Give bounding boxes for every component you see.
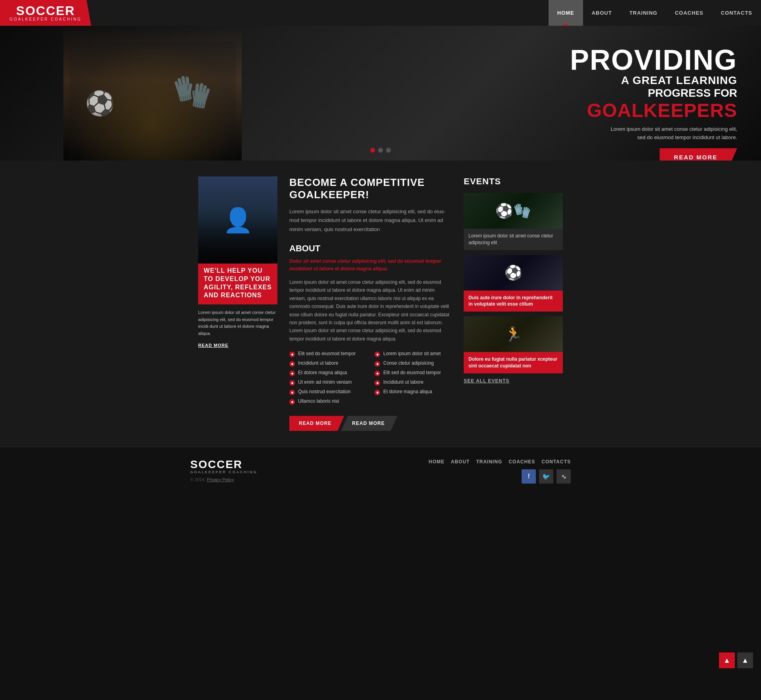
footer-logo-block: SOCCER GOALKEEPER COACHING © 2014. Priva… <box>190 459 258 482</box>
rss-icon: ∿ <box>561 473 566 480</box>
logo[interactable]: SOCCER GOALKEEPER COACHING <box>0 0 91 26</box>
left-card: 👤 WE'LL HELP YOU TO DEVELOP YOUR AGILITY… <box>198 176 277 431</box>
event-image-1: ⚽🧤 <box>464 193 563 229</box>
logo-title: SOCCER <box>16 4 75 17</box>
bullet-item: Et dolore magna aliqua <box>375 389 452 395</box>
hero-description: Lorem ipsum dolor sit amet conse ctetur … <box>602 125 737 142</box>
hero-subtitle2: PROGRESS FOR <box>570 87 737 99</box>
main-nav: HOME ABOUT TRAINING COACHES CONTACTS <box>549 0 761 26</box>
competitive-goalkeeper-title: BECOME A COMPETITIVE GOALKEEPER! <box>289 176 452 201</box>
events-panel: EVENTS ⚽🧤 Lorem ipsum dolor sit amet con… <box>464 176 563 431</box>
read-more-button-1[interactable]: READ MORE <box>289 416 344 431</box>
hero-subtitle1: A GREAT LEARNING <box>570 74 737 87</box>
bullet-col-left: Elit sed do eiusmod tempor Incididunt ut… <box>289 351 367 408</box>
nav-home[interactable]: HOME <box>549 0 583 26</box>
footer-right: HOME ABOUT TRAINING COACHES CONTACTS f 🐦… <box>429 459 571 484</box>
bullet-item: Ut enim ad minim veniam <box>289 379 367 386</box>
bullet-item: Et dolore magna aliqua <box>289 370 367 376</box>
twitter-button[interactable]: 🐦 <box>539 469 553 484</box>
left-card-description: Lorem ipsum dolor sit amet conse ctetur … <box>198 309 277 337</box>
slider-dots <box>370 148 391 153</box>
bullet-item: Ullamco laboris nisi <box>289 398 367 405</box>
footer-logo-title: SOCCER <box>190 459 258 470</box>
about-title: ABOUT <box>289 243 452 254</box>
bullet-icon <box>375 380 380 386</box>
rss-button[interactable]: ∿ <box>556 469 571 484</box>
read-more-button-2[interactable]: READ MORE <box>341 416 397 431</box>
events-title: EVENTS <box>464 176 563 187</box>
event-caption-3: Dolore eu fugiat nulla pariatur xcepteur… <box>464 352 563 373</box>
bullet-icon <box>375 371 380 376</box>
slide-dot-2[interactable] <box>378 148 383 153</box>
bullet-item: Elit sed do eiusmod tempor <box>289 351 367 357</box>
main-content: 👤 WE'LL HELP YOU TO DEVELOP YOUR AGILITY… <box>0 161 761 447</box>
bullet-item: Incididunt ut labore <box>375 379 452 386</box>
bullet-item: Quis nostrud exercitation <box>289 389 367 395</box>
event-card-3: 🏃 Dolore eu fugiat nulla pariatur xcepte… <box>464 316 563 373</box>
footer-nav-about[interactable]: ABOUT <box>451 459 470 465</box>
nav-about[interactable]: ABOUT <box>583 0 621 26</box>
event-card-1: ⚽🧤 Lorem ipsum dolor sit amet conse ctet… <box>464 193 563 250</box>
nav-contacts[interactable]: CONTACTS <box>712 0 761 26</box>
hero-text-block: PROVIDING A GREAT LEARNING PROGRESS FOR … <box>570 46 737 161</box>
hero-goalkeepers: GOALKEEPERS <box>570 99 737 121</box>
event-image-2: ⚽ <box>464 255 563 291</box>
bullet-icon <box>375 390 380 395</box>
footer-social: f 🐦 ∿ <box>429 469 571 484</box>
left-card-overlay: WE'LL HELP YOU TO DEVELOP YOUR AGILITY, … <box>198 262 277 304</box>
nav-coaches[interactable]: COACHES <box>666 0 712 26</box>
footer-copyright: © 2014. Privacy Policy <box>190 477 258 482</box>
bullet-icon <box>289 399 295 405</box>
bullet-icon <box>289 371 295 376</box>
header: SOCCER GOALKEEPER COACHING HOME ABOUT TR… <box>0 0 761 26</box>
slide-dot-3[interactable] <box>386 148 391 153</box>
bullet-col-right: Lorem ipsum dolor sit amet Conse ctetur … <box>375 351 452 408</box>
bullet-item: Lorem ipsum dolor sit amet <box>375 351 452 357</box>
about-highlight-text: Dolor sit amet conse ctetur adipisicing … <box>289 258 452 273</box>
footer-nav-contacts[interactable]: CONTACTS <box>541 459 571 465</box>
bullet-icon <box>375 352 380 357</box>
hero-player-image <box>63 26 242 161</box>
footer-nav-home[interactable]: HOME <box>429 459 445 465</box>
center-section: BECOME A COMPETITIVE GOALKEEPER! Lorem i… <box>289 176 452 431</box>
nav-training[interactable]: TRAINING <box>621 0 666 26</box>
hero-section: PROVIDING A GREAT LEARNING PROGRESS FOR … <box>0 26 761 161</box>
bullet-icon <box>375 361 380 367</box>
left-card-read-more[interactable]: READ MORE <box>198 343 277 348</box>
footer-nav-coaches[interactable]: COACHES <box>509 459 535 465</box>
footer-inner: SOCCER GOALKEEPER COACHING © 2014. Priva… <box>190 459 571 484</box>
bullet-icon <box>289 361 295 367</box>
bullet-item: Elit sed do eiusmod tempor <box>375 370 452 376</box>
logo-subtitle: GOALKEEPER COACHING <box>10 17 82 21</box>
event-card-2: ⚽ Duis aute irure dolor in reprehenderit… <box>464 255 563 312</box>
event-image-3: 🏃 <box>464 316 563 352</box>
left-card-title: WE'LL HELP YOU TO DEVELOP YOUR AGILITY, … <box>204 267 272 300</box>
left-card-image: 👤 <box>198 176 277 264</box>
bullet-icon <box>289 390 295 395</box>
twitter-icon: 🐦 <box>542 473 550 480</box>
content-wrapper: 👤 WE'LL HELP YOU TO DEVELOP YOUR AGILITY… <box>190 176 571 431</box>
slide-dot-1[interactable] <box>370 148 375 153</box>
bullet-icon <box>289 352 295 357</box>
footer-nav-training[interactable]: TRAINING <box>476 459 502 465</box>
hero-cta-button[interactable]: READ MORE <box>660 148 737 161</box>
see-all-events-link[interactable]: SEE ALL EVENTS <box>464 378 563 384</box>
about-body-text: Lorem ipsum dolor sit amet conse ctetur … <box>289 278 452 343</box>
player-image <box>69 42 236 161</box>
hero-title: PROVIDING <box>570 46 737 74</box>
facebook-button[interactable]: f <box>522 469 536 484</box>
button-row: READ MORE READ MORE <box>289 416 452 431</box>
facebook-icon: f <box>528 473 530 480</box>
competitive-goalkeeper-desc: Lorem ipsum dolor sit amet conse ctetur … <box>289 207 452 233</box>
event-caption-2: Duis aute irure dolor in reprehenderit i… <box>464 291 563 312</box>
footer-nav: HOME ABOUT TRAINING COACHES CONTACTS <box>429 459 571 465</box>
privacy-policy-link[interactable]: Privacy Policy <box>207 477 234 482</box>
footer: SOCCER GOALKEEPER COACHING © 2014. Priva… <box>0 447 761 492</box>
bullet-item: Incididunt ut labore <box>289 360 367 367</box>
footer-logo-subtitle: GOALKEEPER COACHING <box>190 470 258 474</box>
bullet-item: Conse ctetur adipisicing <box>375 360 452 367</box>
event-caption-1: Lorem ipsum dolor sit amet conse ctetur … <box>464 229 563 250</box>
bullet-lists: Elit sed do eiusmod tempor Incididunt ut… <box>289 351 452 408</box>
bullet-icon <box>289 380 295 386</box>
